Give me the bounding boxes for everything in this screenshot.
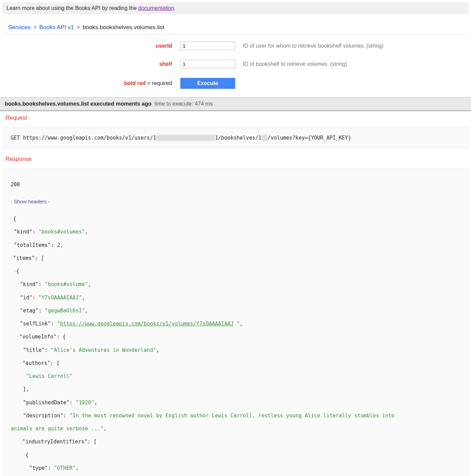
- params-form: userId ID of user for whom to retrieve b…: [0, 35, 471, 97]
- breadcrumb-api[interactable]: Books API v1: [39, 24, 74, 31]
- collapse-toggle[interactable]: -: [11, 255, 13, 260]
- breadcrumb-services[interactable]: Services: [8, 24, 31, 31]
- request-block: GET https://www.googleapis.com/books/v1/…: [3, 128, 468, 148]
- redacted-user: XXXXXXXXXXXXXXXXXXX: [156, 135, 215, 141]
- redacted-shelf: XX: [262, 135, 268, 141]
- param-label-shelf: shelf: [5, 61, 180, 67]
- response-section-label: Response: [0, 152, 471, 165]
- param-desc-userid: ID of user for whom to retrieve bookshel…: [235, 43, 384, 49]
- execution-status-bar: books.bookshelves.volumes.list executed …: [0, 97, 471, 111]
- collapse-toggle[interactable]: -: [20, 439, 22, 444]
- legend-row: bold red = required Execute: [5, 78, 466, 89]
- param-desc-shelf: ID of bookshelf to retrieve volumes. (st…: [235, 61, 347, 67]
- param-row-userid: userId ID of user for whom to retrieve b…: [5, 41, 466, 50]
- collapse-toggle[interactable]: -: [20, 360, 22, 365]
- request-url-post: /volumes?key={YOUR_API_KEY}: [268, 135, 351, 141]
- documentation-link[interactable]: documentation: [138, 5, 174, 11]
- info-bar-text: Learn more about using the Books API by …: [7, 5, 138, 11]
- execution-title: books.bookshelves.volumes.list executed …: [5, 101, 152, 107]
- request-url-mid: 1/bookshelves/1: [215, 135, 261, 141]
- shelf-input[interactable]: [180, 60, 235, 68]
- selflink[interactable]: https://www.googleapis.com/books/v1/volu…: [60, 321, 234, 327]
- execution-timing: time to execute: 474 ms: [155, 101, 213, 107]
- response-status: 200: [11, 181, 460, 188]
- param-label-userid: userId: [5, 43, 180, 49]
- collapse-toggle[interactable]: -: [11, 216, 13, 221]
- request-url-pre: https://www.googleapis.com/books/v1/user…: [23, 135, 156, 141]
- request-section-label: Request: [0, 111, 471, 123]
- legend-label: bold red = required: [5, 80, 180, 86]
- info-bar: Learn more about using the Books API by …: [3, 3, 468, 14]
- breadcrumb-method: books.bookshelves.volumes.list: [83, 24, 164, 31]
- collapse-toggle[interactable]: -: [14, 269, 16, 273]
- param-row-shelf: shelf ID of bookshelf to retrieve volume…: [5, 60, 466, 68]
- response-block: 200 - Show headers - -{ "kind": "books#v…: [3, 169, 468, 476]
- request-method: GET: [11, 135, 20, 141]
- userid-input[interactable]: [180, 41, 235, 50]
- show-headers-toggle[interactable]: - Show headers -: [11, 199, 460, 204]
- collapse-toggle[interactable]: -: [23, 452, 25, 457]
- collapse-toggle[interactable]: -: [17, 334, 19, 339]
- breadcrumb: Services > Books API v1 > books.bookshel…: [3, 21, 468, 35]
- execute-button[interactable]: Execute: [180, 78, 235, 89]
